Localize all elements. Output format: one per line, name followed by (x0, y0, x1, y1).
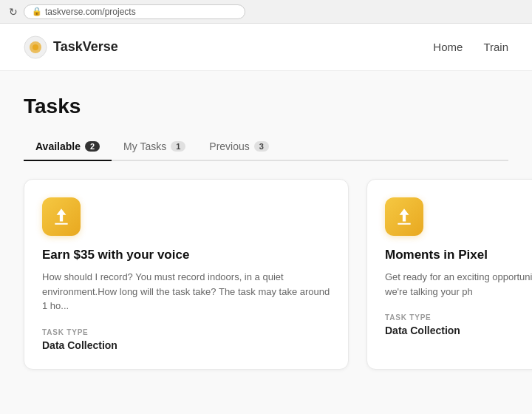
main-content: Tasks Available 2 My Tasks 1 Previous 3 (0, 71, 532, 414)
svg-point-2 (33, 44, 38, 50)
tab-previous-badge: 3 (254, 141, 269, 152)
navbar: TaskVerse Home Train (0, 24, 532, 71)
tab-available-badge: 2 (85, 141, 100, 152)
refresh-icon[interactable]: ↻ (9, 6, 18, 18)
url-bar[interactable]: 🔒 taskverse.com/projects (24, 4, 245, 19)
tab-my-tasks[interactable]: My Tasks 1 (112, 133, 197, 161)
browser-bar: ↻ 🔒 taskverse.com/projects (0, 0, 532, 24)
brand[interactable]: TaskVerse (24, 35, 118, 59)
tab-my-tasks-label: My Tasks (123, 140, 166, 152)
tab-available[interactable]: Available 2 (24, 133, 112, 161)
tabs-bar: Available 2 My Tasks 1 Previous 3 (24, 133, 508, 161)
nav-home[interactable]: Home (433, 41, 463, 53)
page-title: Tasks (24, 95, 508, 118)
tab-my-tasks-badge: 1 (171, 141, 185, 152)
card-task-type-value-1: Data Collection (385, 325, 532, 336)
upload-icon-0 (52, 207, 71, 226)
tab-previous-label: Previous (209, 140, 249, 152)
card-icon-0 (42, 197, 81, 236)
card-task-type-label-1: TASK TYPE (385, 313, 532, 322)
card-desc-0: How should I record? You must record ind… (42, 270, 330, 313)
task-card-0[interactable]: Earn $35 with your voice How should I re… (24, 179, 349, 370)
card-icon-1 (385, 197, 423, 236)
app-container: TaskVerse Home Train Tasks Available 2 M… (0, 24, 532, 414)
nav-links: Home Train (433, 41, 508, 53)
brand-name: TaskVerse (53, 39, 118, 55)
card-title-0: Earn $35 with your voice (42, 248, 330, 262)
upload-icon-1 (395, 207, 414, 226)
card-task-type-value-0: Data Collection (42, 339, 330, 351)
brand-logo (24, 35, 47, 59)
url-text: taskverse.com/projects (45, 7, 136, 17)
tab-available-label: Available (35, 140, 81, 152)
cards-grid: Earn $35 with your voice How should I re… (24, 179, 508, 370)
card-task-type-label-0: TASK TYPE (42, 328, 330, 336)
nav-train[interactable]: Train (483, 41, 508, 53)
lock-icon: 🔒 (32, 7, 42, 16)
card-title-1: Moments in Pixel (385, 248, 532, 262)
task-card-1[interactable]: Moments in Pixel Get ready for an exciti… (366, 179, 532, 370)
tab-previous[interactable]: Previous 3 (197, 133, 281, 161)
card-desc-1: Get ready for an exciting opportunity! L… (385, 270, 532, 299)
